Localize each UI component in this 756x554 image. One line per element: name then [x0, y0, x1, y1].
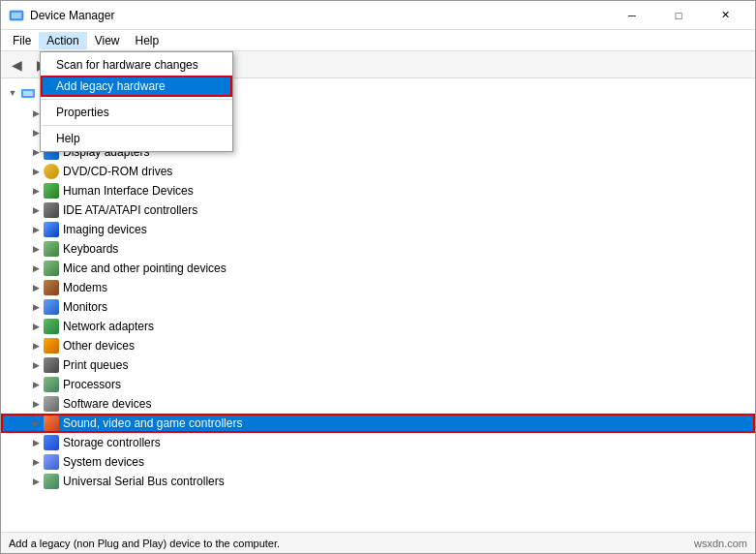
root-icon	[20, 85, 36, 101]
icon-ide	[44, 202, 59, 218]
status-right: wsxdn.com	[694, 538, 747, 549]
label-hid: Human Interface Devices	[63, 184, 194, 198]
menu-view[interactable]: View	[87, 32, 128, 49]
tree-item-storage[interactable]: ▶ Storage controllers	[1, 433, 755, 452]
icon-hid	[44, 183, 59, 199]
menu-action[interactable]: Action	[39, 32, 86, 49]
expand-system: ▶	[28, 454, 44, 470]
tree-item-software[interactable]: ▶ Software devices	[1, 394, 755, 414]
icon-print	[44, 357, 59, 373]
expand-network: ▶	[28, 319, 44, 334]
menu-bar: File Action View Help Scan for hardware …	[1, 30, 755, 51]
tree-item-other[interactable]: ▶ Other devices	[1, 336, 755, 355]
add-legacy-hardware-item[interactable]: Add legacy hardware	[41, 76, 232, 97]
expand-other: ▶	[28, 338, 44, 354]
app-icon	[9, 8, 24, 23]
label-modems: Modems	[63, 281, 107, 294]
tree-item-processors[interactable]: ▶ Processors	[1, 375, 755, 394]
minimize-button[interactable]: ─	[610, 1, 654, 30]
tree-item-keyboards[interactable]: ▶ Keyboards	[1, 239, 755, 259]
device-manager-window: Device Manager ─ □ ✕ File Action View He…	[0, 0, 756, 554]
label-keyboards: Keyboards	[63, 242, 118, 256]
expand-imaging: ▶	[28, 222, 44, 237]
icon-network	[44, 319, 59, 334]
tree-item-system[interactable]: ▶ System devices	[1, 452, 755, 472]
tree-item-usb[interactable]: ▶ Universal Serial Bus controllers	[1, 472, 755, 491]
menu-separator-1	[41, 99, 232, 100]
icon-storage	[44, 435, 59, 450]
title-controls: ─ □ ✕	[610, 1, 747, 30]
action-dropdown-menu: Scan for hardware changes Add legacy har…	[40, 51, 233, 152]
tree-item-network[interactable]: ▶ Network adapters	[1, 317, 755, 336]
icon-keyboards	[44, 241, 59, 257]
label-print: Print queues	[63, 358, 128, 372]
status-bar: Add a legacy (non Plug and Play) device …	[1, 532, 755, 553]
label-usb: Universal Serial Bus controllers	[63, 475, 225, 488]
label-system: System devices	[63, 455, 144, 469]
label-other: Other devices	[63, 339, 135, 353]
label-ide: IDE ATA/ATAPI controllers	[63, 203, 197, 217]
expand-dvd: ▶	[28, 164, 44, 179]
icon-processors	[44, 377, 59, 392]
expand-ide: ▶	[28, 202, 44, 218]
expand-sound: ▶	[28, 416, 44, 431]
tree-item-sound[interactable]: ▶ Sound, video and game controllers	[1, 414, 755, 433]
icon-sound	[44, 416, 59, 431]
tree-item-mice[interactable]: ▶ Mice and other pointing devices	[1, 259, 755, 278]
icon-modems	[44, 280, 59, 295]
svg-rect-1	[12, 13, 21, 18]
scan-hardware-item[interactable]: Scan for hardware changes	[41, 54, 232, 76]
tree-item-imaging[interactable]: ▶ Imaging devices	[1, 220, 755, 239]
expand-monitors: ▶	[28, 299, 44, 315]
title-bar-left: Device Manager	[9, 8, 114, 23]
label-storage: Storage controllers	[63, 436, 161, 449]
expand-modems: ▶	[28, 280, 44, 295]
label-dvd: DVD/CD-ROM drives	[63, 165, 172, 178]
tree-item-dvd[interactable]: ▶ DVD/CD-ROM drives	[1, 162, 755, 181]
label-monitors: Monitors	[63, 300, 107, 314]
tree-item-monitors[interactable]: ▶ Monitors	[1, 297, 755, 317]
back-button[interactable]: ◀	[5, 54, 28, 76]
svg-rect-3	[23, 91, 33, 96]
icon-other	[44, 338, 59, 354]
icon-usb	[44, 474, 59, 489]
label-processors: Processors	[63, 378, 121, 391]
help-item[interactable]: Help	[41, 128, 232, 149]
label-imaging: Imaging devices	[63, 223, 147, 236]
status-text: Add a legacy (non Plug and Play) device …	[9, 538, 280, 549]
window-title: Device Manager	[30, 9, 114, 22]
tree-item-hid[interactable]: ▶ Human Interface Devices	[1, 181, 755, 200]
expand-storage: ▶	[28, 435, 44, 450]
tree-item-modems[interactable]: ▶ Modems	[1, 278, 755, 297]
root-expand-icon: ▼	[5, 85, 20, 101]
icon-dvd	[44, 164, 59, 179]
expand-mice: ▶	[28, 261, 44, 276]
tree-item-ide[interactable]: ▶ IDE ATA/ATAPI controllers	[1, 200, 755, 220]
expand-software: ▶	[28, 396, 44, 412]
expand-usb: ▶	[28, 474, 44, 489]
label-sound: Sound, video and game controllers	[63, 416, 242, 430]
label-mice: Mice and other pointing devices	[63, 262, 227, 275]
icon-software	[44, 396, 59, 412]
expand-processors: ▶	[28, 377, 44, 392]
label-network: Network adapters	[63, 320, 154, 333]
expand-print: ▶	[28, 357, 44, 373]
menu-separator-2	[41, 125, 232, 126]
icon-imaging	[44, 222, 59, 237]
expand-keyboards: ▶	[28, 241, 44, 257]
icon-monitors	[44, 299, 59, 315]
icon-system	[44, 454, 59, 470]
maximize-button[interactable]: □	[656, 1, 701, 30]
properties-item[interactable]: Properties	[41, 102, 232, 123]
icon-mice	[44, 261, 59, 276]
tree-item-print[interactable]: ▶ Print queues	[1, 355, 755, 375]
expand-hid: ▶	[28, 183, 44, 199]
menu-help[interactable]: Help	[128, 32, 167, 49]
label-software: Software devices	[63, 397, 151, 411]
menu-file[interactable]: File	[5, 32, 39, 49]
title-bar: Device Manager ─ □ ✕	[1, 1, 755, 30]
close-button[interactable]: ✕	[703, 1, 747, 30]
